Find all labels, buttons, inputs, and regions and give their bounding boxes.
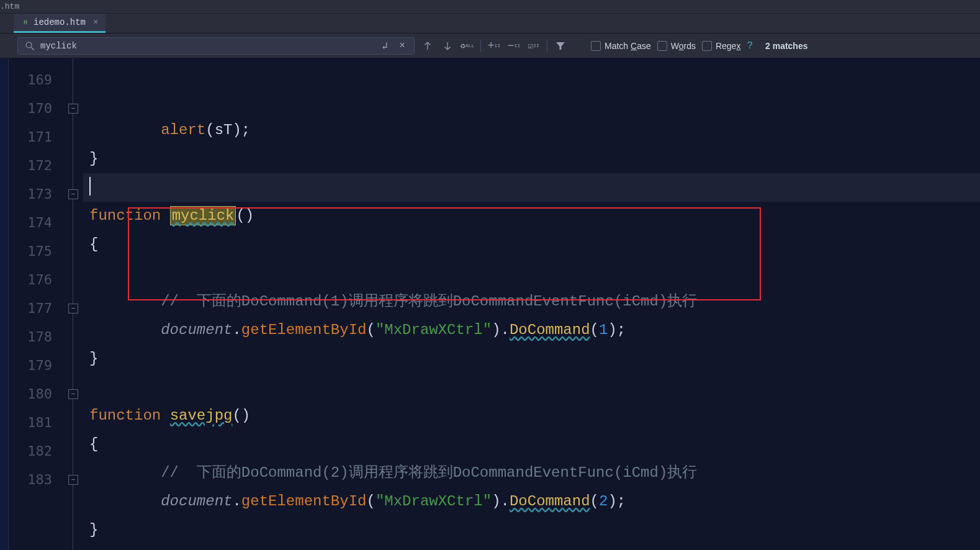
breadcrumb: .htm	[0, 0, 980, 14]
fold-toggle-icon[interactable]: −	[68, 189, 78, 199]
line-number: 180	[12, 380, 52, 408]
code-line[interactable]: }	[83, 345, 980, 373]
fold-toggle-icon[interactable]: −	[68, 104, 78, 114]
line-number: 174	[12, 209, 52, 237]
match-case-checkbox[interactable]: Match Case	[591, 41, 651, 51]
line-number: 177	[12, 294, 52, 323]
code-line[interactable]: document.getElementById("MxDrawXCtrl").D…	[83, 487, 980, 516]
fold-toggle-icon[interactable]: −	[68, 475, 78, 485]
line-number: 173	[12, 180, 52, 209]
code-area[interactable]: alert(sT);}function myclick(){ // 下面的DoC…	[83, 58, 980, 550]
toggle-selection-icon[interactable]: ☑II	[527, 39, 541, 53]
code-line[interactable]	[83, 173, 980, 202]
search-field[interactable]: ↲ ×	[17, 37, 415, 55]
code-line[interactable]: document.getElementById("MxDrawXCtrl").D…	[83, 316, 980, 345]
match-count: 2 matches	[765, 41, 807, 51]
checkbox-icon	[657, 41, 667, 51]
next-occurrence-icon[interactable]	[441, 39, 454, 53]
code-editor[interactable]: 1691701711721731741751761771781791801811…	[0, 58, 980, 550]
regex-checkbox[interactable]: Regex	[702, 41, 740, 51]
code-line[interactable]: // 下面的DoCommand(1)调用程序将跳到DoCommandEventF…	[83, 287, 980, 316]
html-file-icon: H	[21, 18, 30, 27]
prev-occurrence-icon[interactable]	[421, 39, 434, 53]
line-number: 171	[12, 123, 52, 151]
line-number: 172	[12, 151, 52, 180]
tab-label: iedemo.htm	[34, 17, 86, 27]
svg-line-1	[31, 47, 34, 50]
line-number: 169	[12, 66, 52, 94]
code-line[interactable]: alert(sT);	[83, 116, 980, 145]
fold-column: −−−−−	[65, 58, 83, 550]
filter-icon[interactable]	[554, 39, 567, 53]
enter-icon[interactable]: ↲	[378, 39, 392, 53]
fold-toggle-icon[interactable]: −	[68, 389, 78, 399]
separator	[480, 40, 481, 52]
code-line[interactable]: {	[83, 230, 980, 259]
line-number: 179	[12, 351, 52, 380]
svg-marker-4	[556, 42, 565, 50]
separator	[547, 40, 547, 52]
fold-toggle-icon[interactable]: −	[68, 304, 78, 313]
clear-search-icon[interactable]: ×	[395, 39, 409, 53]
line-number: 181	[12, 408, 52, 437]
help-icon[interactable]: ?	[747, 40, 753, 52]
select-all-icon[interactable]: ♻ALL	[461, 39, 474, 53]
words-checkbox[interactable]: Words	[657, 41, 696, 51]
line-number: 170	[12, 94, 52, 123]
code-line[interactable]: // 下面的DoCommand(2)调用程序将跳到DoCommandEventF…	[83, 459, 980, 487]
remove-selection-icon[interactable]: −II	[507, 39, 521, 53]
tab-bar: H iedemo.htm ×	[0, 14, 980, 34]
line-number-gutter: 1691701711721731741751761771781791801811…	[9, 58, 65, 550]
code-line[interactable]: }	[83, 145, 980, 173]
line-number: 182	[12, 437, 52, 466]
line-number: 178	[12, 323, 52, 351]
tab-iedemo[interactable]: H iedemo.htm ×	[14, 14, 106, 33]
code-line[interactable]	[83, 373, 980, 402]
search-icon	[23, 39, 37, 53]
code-line[interactable]: {	[83, 430, 980, 459]
line-number: 175	[12, 237, 52, 266]
svg-point-0	[26, 42, 32, 48]
code-line[interactable]	[83, 259, 980, 287]
code-line[interactable]: function myclick()	[83, 202, 980, 230]
close-icon[interactable]: ×	[93, 17, 98, 27]
checkbox-icon	[702, 41, 712, 51]
line-number: 176	[12, 266, 52, 294]
add-selection-icon[interactable]: +II	[487, 39, 501, 53]
find-toolbar: ↲ × ♻ALL +II −II ☑II Match Case Words Re…	[0, 34, 980, 58]
line-number: 183	[12, 466, 52, 494]
left-gutter-strip	[0, 58, 9, 550]
search-input[interactable]	[40, 41, 374, 51]
code-line[interactable]: }	[83, 516, 980, 544]
code-line[interactable]: function savejpg()	[83, 402, 980, 430]
checkbox-icon	[591, 41, 601, 51]
